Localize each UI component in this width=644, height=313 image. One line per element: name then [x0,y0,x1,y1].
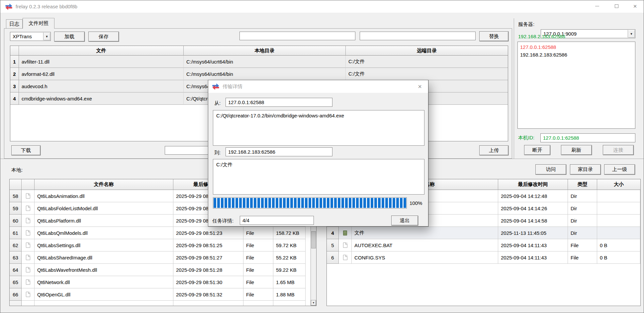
save-button[interactable]: 保存 [88,32,119,42]
cell-size[interactable] [597,227,640,239]
row-number[interactable]: 64 [10,264,22,276]
find-input[interactable] [239,32,355,40]
row-number[interactable]: 62 [10,239,22,251]
cell-mtime[interactable]: 2025-09-04 14:12:48 [498,190,568,202]
table-row[interactable]: 65 Qt6Network.dll 2025-09-29 08:51:30 Fi… [10,276,316,288]
download-button[interactable]: 下载 [11,145,41,155]
cell-mtime[interactable]: 2025-09-04 14:14:26 [498,202,568,215]
cell-mtime[interactable]: 2025-09-29 08:51:32 [173,288,243,301]
cell-type[interactable]: File [243,251,273,264]
cell-type[interactable]: File [243,239,273,251]
cell-mtime[interactable]: 2025-09-04 14:11:43 [498,239,568,251]
cell-size[interactable]: 0 B [597,239,640,251]
to-input[interactable]: 192.168.2.183:62586 [226,147,332,156]
col-header-size[interactable]: 大小 [597,179,640,190]
cell-name[interactable]: Qt6LabsQmlModels.dll [35,227,173,239]
cell-name[interactable]: CONFIG.SYS [352,251,498,264]
col-header-type[interactable]: 类型 [568,179,597,190]
dest-path-textarea[interactable]: C:/文件 [213,159,424,195]
cell-size[interactable]: 59.22 KB [273,264,306,276]
cell-size[interactable] [597,215,640,227]
disconnect-button[interactable]: 断开 [524,145,550,155]
cell-name[interactable]: 文件 [352,227,498,239]
cell-name[interactable]: Qt6Network.dll [35,276,173,288]
cell-file[interactable]: audevcod.h [19,80,184,92]
cell-name[interactable]: Qt6OpenGL.dll [35,288,173,301]
chevron-down-icon[interactable]: ▼ [43,33,50,40]
table-row[interactable]: 1 avfilter-11.dll C:/msys64/ucrt64/bin C… [10,56,508,68]
table-row[interactable]: 63 Qt6LabsSharedImage.dll 2025-09-29 08:… [10,251,316,264]
cell-name[interactable]: Qt6LabsPlatform.dll [35,215,173,227]
row-number[interactable]: 65 [10,276,22,288]
close-button[interactable]: × [627,0,643,12]
scroll-down-button[interactable]: ▼ [311,300,316,306]
visit-button[interactable]: 访问 [535,164,566,175]
row-number[interactable]: 4 [10,92,19,105]
cell-size[interactable]: 55.22 KB [273,251,306,264]
dialog-title-bar[interactable]: 传输详情 [208,80,428,93]
cell-remote-dir[interactable]: C:/文件 [346,68,508,80]
table-row[interactable]: 64 Qt6LabsWavefrontMesh.dll 2025-09-29 0… [10,264,316,276]
cell-name[interactable]: Qt6LabsAnimation.dll [35,190,173,202]
col-header-mtime[interactable]: 最后修改时间 [498,179,568,190]
replace-button[interactable]: 替换 [479,31,508,41]
table-row[interactable]: 66 Qt6OpenGL.dll 2025-09-29 08:51:32 Fil… [10,288,316,301]
cell-type[interactable]: File [243,276,273,288]
corner-header[interactable] [10,179,22,190]
list-item[interactable]: 127.0.0.1:62588 [518,43,635,51]
from-input[interactable]: 127.0.0.1:62588 [226,98,332,107]
cell-name[interactable]: Qt6LabsSharedImage.dll [35,251,173,264]
profile-select[interactable]: XPTrans ▼ [10,32,51,41]
cell-mtime[interactable]: 2025-09-29 08:51:25 [173,239,243,251]
row-number[interactable] [10,301,22,306]
cell-type[interactable]: Dir [568,202,597,215]
cell-file[interactable]: avfilter-11.dll [19,56,184,68]
dialog-close-button[interactable]: × [414,80,426,93]
corner-header[interactable] [10,46,19,56]
table-row[interactable]: 2 avformat-62.dll C:/msys64/ucrt64/bin C… [10,68,508,80]
cell-mtime[interactable]: 2025-09-04 14:14:58 [498,215,568,227]
cell-size[interactable]: 1.65 MB [273,276,306,288]
table-row[interactable]: 5 AUTOEXEC.BAT 2025-09-04 14:11:43 File … [327,239,640,251]
col-header-file[interactable]: 文件 [19,46,184,56]
row-number[interactable]: 66 [10,288,22,301]
table-row[interactable] [10,301,316,306]
cell-mtime[interactable]: 2025-09-29 08:51:28 [173,264,243,276]
row-number[interactable]: 60 [10,215,22,227]
task-detail-input[interactable]: 4/4 [240,216,314,225]
cell-size[interactable]: 0 B [597,251,640,264]
cell-name[interactable]: Qt6LabsSettings.dll [35,239,173,251]
tab-file-compare[interactable]: 文件对照 [23,18,54,29]
cell-type[interactable]: File [568,239,597,251]
cell-name[interactable]: Qt6LabsFolderListModel.dll [35,202,173,215]
local-id-input[interactable]: 127.0.0.1:62588 [540,133,635,142]
row-number[interactable]: 1 [10,56,19,68]
cell-type[interactable]: Dir [568,190,597,202]
row-number[interactable]: 4 [327,227,339,239]
upload-button[interactable]: 上传 [479,145,508,155]
cell-mtime[interactable]: 2025-09-29 08:51:30 [173,276,243,288]
cell-name[interactable]: Qt6LabsWavefrontMesh.dll [35,264,173,276]
load-button[interactable]: 加载 [54,32,85,42]
col-header-remote[interactable]: 远端目录 [346,46,508,56]
scrollbar-thumb[interactable] [311,231,316,248]
cell-file[interactable]: cmdbridge-windows-amd64.exe [19,92,184,105]
cell-size[interactable] [597,190,640,202]
row-number[interactable]: 5 [327,239,339,251]
cell-name[interactable]: AUTOEXEC.BAT [352,239,498,251]
minimize-button[interactable] [589,0,605,12]
row-number[interactable]: 6 [327,251,339,264]
tab-log[interactable]: 日志 [6,19,23,28]
col-header-local[interactable]: 本地目录 [184,46,346,56]
table-row-selected[interactable]: 4 文件 2025-11-13 11:45:05 Dir [327,227,640,239]
row-number[interactable]: 63 [10,251,22,264]
connect-button[interactable]: 连接 [603,145,634,155]
cell-size[interactable]: 1.88 MB [273,288,306,301]
row-number[interactable]: 61 [10,227,22,239]
cell-type[interactable]: Dir [568,227,597,239]
cell-type[interactable]: File [243,264,273,276]
source-path-textarea[interactable]: C:/Qt/qtcreator-17.0.2/bin/cmdbridge-win… [213,110,424,146]
table-row[interactable]: 61 Qt6LabsQmlModels.dll 2025-09-29 08:51… [10,227,316,239]
table-row[interactable]: 6 CONFIG.SYS 2025-09-04 14:11:43 File 0 … [327,251,640,264]
cell-size[interactable] [597,202,640,215]
